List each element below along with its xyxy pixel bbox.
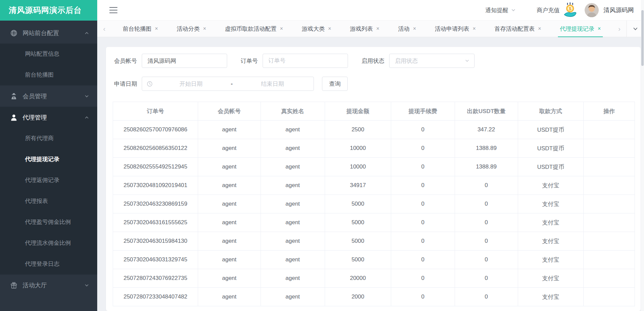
tab-item-5[interactable]: 活动×	[396, 21, 419, 37]
order-no-input[interactable]	[263, 54, 348, 68]
tab-close-icon[interactable]: ×	[473, 26, 476, 32]
tab-close-icon[interactable]: ×	[155, 26, 158, 32]
cell-real_name: agent	[261, 139, 325, 158]
tab-close-icon[interactable]: ×	[203, 26, 206, 32]
chevron-up-icon	[84, 31, 89, 35]
sidebar-item[interactable]: 前台轮播图	[0, 64, 97, 85]
member-account-input[interactable]	[142, 54, 227, 68]
table-row: 25082602570070976086agentagent25000347.2…	[113, 121, 635, 139]
cell-amount: 5000	[325, 232, 391, 251]
cell-amount: 5000	[325, 251, 391, 269]
table-column-header: 会员帐号	[198, 102, 261, 121]
sidebar: 清风源码网演示后台 网站前台配置网站配置信息前台轮播图会员管理代理管理所有代理商…	[0, 0, 97, 311]
tab-close-icon[interactable]: ×	[280, 26, 283, 32]
chevron-down-icon	[465, 58, 469, 63]
tab-item-7[interactable]: 首存活动配置表×	[492, 21, 544, 37]
sidebar-item[interactable]: 代理报表	[0, 191, 97, 212]
start-date-placeholder: 开始日期	[155, 80, 227, 88]
tabs-scroll-right-icon[interactable]: ›	[612, 21, 626, 37]
table-row: 25073020481092019401agentagent3491700支付宝	[113, 176, 635, 195]
cell-order_no: 25073020481092019401	[113, 176, 198, 195]
tab-item-2[interactable]: 虚拟币取款活动配置×	[222, 21, 286, 37]
sidebar-toggle-icon[interactable]	[109, 7, 117, 13]
tab-label: 虚拟币取款活动配置	[225, 25, 276, 33]
cell-account: agent	[198, 269, 261, 288]
sidebar-section-title[interactable]: 代理管理	[0, 107, 97, 128]
tab-close-icon[interactable]: ×	[328, 26, 331, 32]
cell-amount: 2000	[325, 288, 391, 306]
apply-date-range-picker[interactable]: 开始日期 - 结束日期	[142, 77, 314, 91]
cell-method: 支付宝	[518, 195, 584, 213]
tab-item-4[interactable]: 游戏列表×	[347, 21, 382, 37]
cell-fee: 0	[391, 195, 455, 213]
cell-fee: 0	[391, 176, 455, 195]
cell-real_name: agent	[261, 195, 325, 213]
coin-hand-icon[interactable]: $	[562, 2, 578, 18]
page-scrollbar[interactable]	[641, 0, 644, 311]
cell-order_no: 25082602560856350122	[113, 139, 198, 158]
tab-label: 活动	[398, 25, 410, 33]
tab-bar: ‹ 前台轮播图×活动分类×虚拟币取款活动配置×游戏大类×游戏列表×活动×活动申请…	[97, 21, 644, 37]
sidebar-section-3: 活动大厅	[0, 275, 97, 296]
tab-close-icon[interactable]: ×	[538, 26, 541, 32]
cell-order_no: 25073020463161555625	[113, 213, 198, 232]
cell-order_no: 25082602555492512945	[113, 158, 198, 176]
sidebar-item[interactable]: 代理提现记录	[0, 149, 97, 170]
sidebar-item[interactable]: 所有代理商	[0, 128, 97, 149]
sidebar-item[interactable]: 代理流水佣金比例	[0, 233, 97, 254]
tab-item-0[interactable]: 前台轮播图×	[120, 21, 161, 37]
merchant-recharge-link[interactable]: 商户充值	[537, 6, 560, 14]
user-avatar[interactable]	[585, 3, 599, 17]
order-no-label: 订单号	[241, 57, 258, 65]
cell-method: USDT提币	[518, 139, 584, 158]
tab-item-1[interactable]: 活动分类×	[174, 21, 209, 37]
tab-item-8[interactable]: 代理提现记录×	[557, 21, 603, 37]
tab-close-icon[interactable]: ×	[376, 26, 379, 32]
cell-method: USDT提币	[518, 158, 584, 176]
enable-status-label: 启用状态	[361, 57, 384, 65]
cell-order_no: 25082602570070976086	[113, 121, 198, 139]
tab-close-icon[interactable]: ×	[413, 26, 416, 32]
tabs-scroll-left-icon[interactable]: ‹	[97, 21, 111, 37]
sidebar-section-title[interactable]: 活动大厅	[0, 275, 97, 296]
cell-action	[584, 121, 635, 139]
tab-label: 游戏大类	[302, 25, 325, 33]
sidebar-item[interactable]: 代理盈亏佣金比例	[0, 212, 97, 233]
tab-item-6[interactable]: 活动申请列表×	[432, 21, 478, 37]
cell-order_no: 25072807233048407482	[113, 288, 198, 306]
filter-row-2: 申请日期 开始日期 - 结束日期 查询	[113, 77, 635, 91]
cell-order_no: 25072807243076922735	[113, 269, 198, 288]
cell-method: 支付宝	[518, 269, 584, 288]
sidebar-section-label: 网站前台配置	[23, 29, 84, 37]
scrollbar-thumb[interactable]	[641, 10, 644, 66]
cell-account: agent	[198, 176, 261, 195]
search-button[interactable]: 查询	[322, 77, 348, 91]
enable-status-select[interactable]: 启用状态	[389, 54, 475, 68]
app-logo: 清风源码网演示后台	[0, 0, 97, 21]
cell-action	[584, 195, 635, 213]
sidebar-section-title[interactable]: 网站前台配置	[0, 22, 97, 44]
notice-menu[interactable]: 通知提醒	[485, 6, 516, 14]
table-row: 25072807233048407482agentagent200000支付宝	[113, 288, 635, 306]
cell-real_name: agent	[261, 269, 325, 288]
cell-action	[584, 232, 635, 251]
sidebar-section-label: 活动大厅	[23, 281, 84, 289]
cell-usdt_amount: 0	[455, 251, 518, 269]
sidebar-item[interactable]: 代理登录日志	[0, 254, 97, 275]
username-label[interactable]: 清风源码网	[603, 6, 634, 14]
tab-close-icon[interactable]: ×	[598, 26, 601, 32]
table-row: 25073020463031329745agentagent500000支付宝	[113, 251, 635, 269]
cell-real_name: agent	[261, 232, 325, 251]
cell-fee: 0	[391, 139, 455, 158]
table-row: 25073020463230869159agentagent500000支付宝	[113, 195, 635, 213]
enable-status-placeholder: 启用状态	[395, 57, 465, 65]
sidebar-item[interactable]: 代理返佣记录	[0, 170, 97, 191]
tab-item-3[interactable]: 游戏大类×	[299, 21, 334, 37]
sidebar-item[interactable]: 网站配置信息	[0, 44, 97, 64]
gift-icon	[10, 282, 18, 289]
cell-usdt_amount: 0	[455, 213, 518, 232]
chevron-down-icon	[84, 94, 89, 99]
cell-method: 支付宝	[518, 251, 584, 269]
filter-row-1: 会员帐号 订单号 启用状态 启用状态	[113, 54, 635, 68]
sidebar-section-title[interactable]: 会员管理	[0, 85, 97, 107]
